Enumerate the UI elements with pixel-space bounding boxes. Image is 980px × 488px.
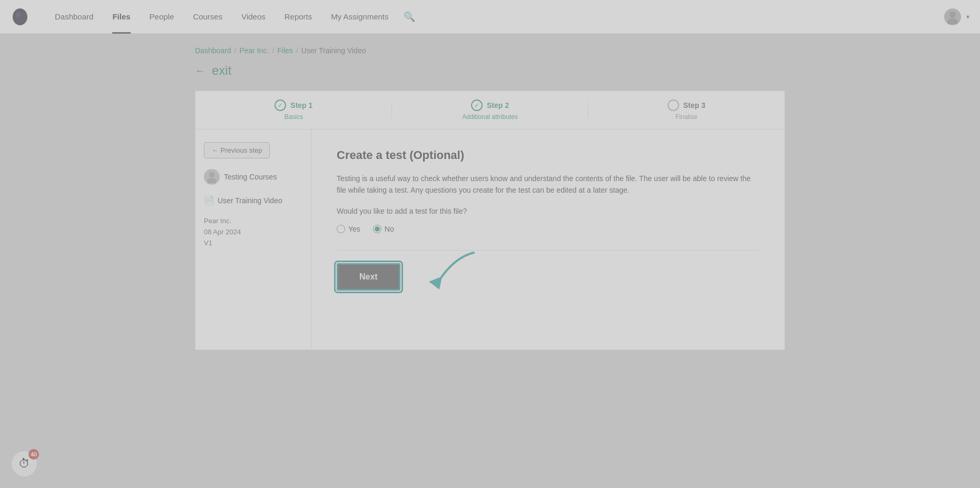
navbar: Dashboard Files People Courses Videos Re… <box>0 0 980 34</box>
step-1-complete-icon: ✓ <box>275 99 286 111</box>
nav-dashboard[interactable]: Dashboard <box>45 0 103 34</box>
nav-people[interactable]: People <box>140 0 184 34</box>
sidebar: ← Previous step Testing Courses 📄 User T… <box>195 130 311 350</box>
sidebar-file: 📄 User Training Video <box>204 195 302 205</box>
form-title: Create a test (Optional) <box>337 148 759 162</box>
back-arrow-icon[interactable]: ← <box>195 65 205 77</box>
breadcrumb-sep-2: / <box>272 46 274 55</box>
yes-radio[interactable] <box>337 225 345 233</box>
logo[interactable] <box>11 7 30 26</box>
form-question: Would you like to add a test for this fi… <box>337 207 759 215</box>
breadcrumb-dashboard[interactable]: Dashboard <box>195 46 231 55</box>
nav-links: Dashboard Files People Courses Videos Re… <box>45 0 415 34</box>
file-icon: 📄 <box>204 195 214 205</box>
step-3-sub: Finalise <box>675 113 697 121</box>
yes-radio-label[interactable]: Yes <box>337 225 360 233</box>
badge-icon: ⏱ <box>18 457 30 471</box>
exit-header: ← exit <box>195 63 785 78</box>
breadcrumb-files[interactable]: Files <box>277 46 293 55</box>
search-icon[interactable]: 🔍 <box>404 11 415 23</box>
svg-point-1 <box>16 12 20 17</box>
nav-courses[interactable]: Courses <box>183 0 232 34</box>
radio-group: Yes No <box>337 225 759 233</box>
step-1-name: Step 1 <box>290 101 312 109</box>
stepper: ✓ Step 1 Basics ✓ Step 2 Additional attr… <box>195 91 785 129</box>
main-content: Dashboard / Pear Inc. / Files / User Tra… <box>174 34 806 363</box>
breadcrumb: Dashboard / Pear Inc. / Files / User Tra… <box>195 46 785 55</box>
bottom-badge[interactable]: 40 ⏱ <box>11 450 38 477</box>
sidebar-username: Testing Courses <box>224 173 277 181</box>
sidebar-avatar <box>204 169 220 185</box>
arrow-annotation <box>400 247 484 302</box>
breadcrumb-pear[interactable]: Pear Inc. <box>239 46 269 55</box>
sidebar-file-name: User Training Video <box>218 196 282 205</box>
next-button[interactable]: Next <box>337 263 400 291</box>
breadcrumb-sep-3: / <box>296 46 298 55</box>
step-3: Step 3 Finalise <box>588 99 785 121</box>
form-description: Testing is a useful way to check whether… <box>337 173 759 196</box>
svg-point-4 <box>209 172 214 177</box>
nav-files[interactable]: Files <box>103 0 140 34</box>
breadcrumb-sep-1: / <box>234 46 237 55</box>
sidebar-user: Testing Courses <box>204 169 302 185</box>
step-2-name: Step 2 <box>487 101 509 109</box>
sidebar-company: Pear Inc. <box>204 216 302 227</box>
next-area: Next <box>337 263 759 291</box>
step-3-pending-icon <box>668 99 679 111</box>
form-panel: Create a test (Optional) Testing is a us… <box>311 130 785 350</box>
step-1: ✓ Step 1 Basics <box>195 99 392 121</box>
chevron-down-icon[interactable]: ▾ <box>966 13 969 21</box>
sidebar-meta: Pear Inc. 08 Apr 2024 V1 <box>204 216 302 248</box>
nav-reports[interactable]: Reports <box>275 0 322 34</box>
exit-title: exit <box>212 63 231 78</box>
step-3-name: Step 3 <box>683 101 705 109</box>
svg-point-3 <box>947 18 958 24</box>
nav-videos[interactable]: Videos <box>232 0 275 34</box>
nav-right: ▾ <box>944 8 969 25</box>
sidebar-date: 08 Apr 2024 <box>204 227 302 238</box>
svg-point-5 <box>207 178 217 183</box>
sidebar-version: V1 <box>204 238 302 249</box>
no-radio-label[interactable]: No <box>373 225 394 233</box>
content-area: ← Previous step Testing Courses 📄 User T… <box>195 129 785 350</box>
svg-point-2 <box>949 12 956 18</box>
step-1-sub: Basics <box>285 113 303 121</box>
avatar[interactable] <box>944 8 961 25</box>
svg-marker-6 <box>429 276 442 290</box>
step-2-sub: Additional attributes <box>462 113 517 121</box>
badge-count: 40 <box>28 449 39 460</box>
step-2-complete-icon: ✓ <box>471 99 483 111</box>
no-radio[interactable] <box>373 225 381 233</box>
prev-step-button[interactable]: ← Previous step <box>204 142 270 158</box>
nav-my-assignments[interactable]: My Assignments <box>321 0 398 34</box>
step-2: ✓ Step 2 Additional attributes <box>392 99 589 121</box>
breadcrumb-current: User Training Video <box>301 46 366 55</box>
